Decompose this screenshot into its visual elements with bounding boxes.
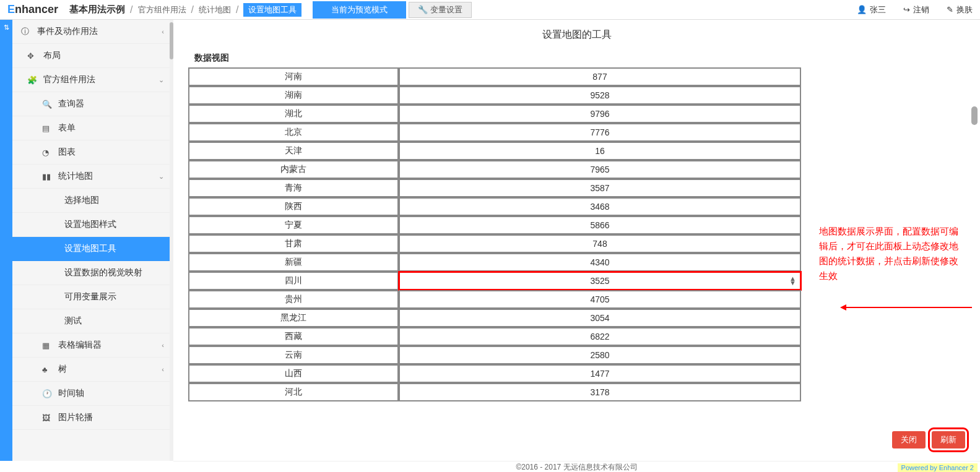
panel-title: 设置地图的工具 — [173, 20, 980, 46]
table-row: 内蒙古7965 — [188, 160, 801, 179]
breadcrumb-2[interactable]: 统计地图 — [199, 4, 231, 15]
sidebar-item-timeline[interactable]: 🕐时间轴 — [12, 382, 173, 406]
value-cell[interactable]: 5866 — [399, 216, 801, 234]
pie-icon: ◔ — [42, 148, 53, 157]
logo: Enhancer — [7, 3, 58, 16]
region-cell: 四川 — [188, 272, 399, 290]
region-cell: 内蒙古 — [188, 160, 399, 179]
value-cell[interactable]: 7776 — [399, 123, 801, 142]
logout-button[interactable]: ↪注销 — [903, 4, 929, 15]
sidebar-item-statmap[interactable]: ▮▮统计地图⌄ — [12, 165, 173, 189]
sidebar-item-layout[interactable]: ✥布局 — [12, 44, 173, 68]
sidebar-item-carousel[interactable]: 🖼图片轮播 — [12, 406, 173, 430]
table-row: 四川3525▲▼ — [188, 272, 801, 290]
annotation-text: 地图数据展示界面，配置数据可编辑后，才可在此面板上动态修改地图的统计数据，并点击… — [819, 224, 961, 283]
breadcrumb-1[interactable]: 官方组件用法 — [138, 4, 186, 15]
info-icon: ⓘ — [21, 26, 32, 37]
data-view-title: 数据视图 — [194, 53, 965, 64]
value-cell[interactable]: 3054 — [399, 309, 801, 327]
footer: ©2016 - 2017 无远信息技术有限公司 — [173, 461, 980, 472]
value-cell[interactable]: 3587 — [399, 179, 801, 197]
table-row: 甘肃748 — [188, 234, 801, 253]
value-cell[interactable]: 6822 — [399, 327, 801, 346]
region-cell: 河南 — [188, 67, 399, 86]
sidebar-item-set-style[interactable]: 设置地图样式 — [12, 213, 173, 237]
puzzle-icon: 🧩 — [27, 75, 38, 85]
variable-settings-button[interactable]: 🔧 变量设置 — [409, 2, 472, 18]
logout-icon: ↪ — [903, 5, 910, 14]
number-spinner[interactable]: ▲▼ — [789, 277, 796, 285]
value-cell[interactable]: 1477 — [399, 364, 801, 383]
table-row: 陕西3468 — [188, 197, 801, 216]
sidebar: ⇅ ⓘ事件及动作用法‹ ✥布局 🧩官方组件用法⌄ 🔍查询器 ▤表单 ◔图表 ▮▮… — [0, 20, 173, 461]
sidebar-collapse-toggle[interactable]: ⇅ — [0, 20, 12, 461]
refresh-button[interactable]: 刷新 — [932, 431, 965, 448]
image-icon: 🖼 — [42, 413, 53, 423]
sidebar-item-tree[interactable]: ♣树‹ — [12, 358, 173, 382]
value-cell[interactable]: 9528 — [399, 86, 801, 105]
region-cell: 湖北 — [188, 105, 399, 123]
tree-icon: ♣ — [42, 365, 53, 374]
sidebar-item-table-editor[interactable]: ▦表格编辑器‹ — [12, 333, 173, 358]
sidebar-item-events[interactable]: ⓘ事件及动作用法‹ — [12, 20, 173, 44]
table-row: 宁夏5866 — [188, 216, 801, 234]
value-cell[interactable]: 4705 — [399, 290, 801, 309]
chevron-left-icon: ‹ — [162, 366, 164, 373]
annotation-arrow-1 — [842, 307, 972, 308]
region-cell: 青海 — [188, 179, 399, 197]
chevron-down-icon: ⌄ — [158, 173, 164, 181]
region-cell: 西藏 — [188, 327, 399, 346]
value-cell[interactable]: 748 — [399, 234, 801, 253]
skin-button[interactable]: ✎换肤 — [947, 4, 973, 15]
value-cell[interactable]: 16 — [399, 142, 801, 160]
sidebar-item-form[interactable]: ▤表单 — [12, 116, 173, 140]
move-icon: ✥ — [27, 51, 38, 61]
close-button[interactable]: 关闭 — [892, 431, 926, 448]
form-icon: ▤ — [42, 124, 53, 133]
table-row: 北京7776 — [188, 123, 801, 142]
sidebar-item-chart[interactable]: ◔图表 — [12, 140, 173, 165]
table-row: 贵州4705 — [188, 290, 801, 309]
content-area: 设置地图的工具 数据视图 河南877湖南9528湖北9796北京7776天津16… — [173, 20, 980, 461]
region-cell: 贵州 — [188, 290, 399, 309]
value-cell[interactable]: 9796 — [399, 105, 801, 123]
user-icon: 👤 — [857, 5, 867, 14]
top-bar: Enhancer 基本用法示例 / 官方组件用法 / 统计地图 / 设置地图工具… — [0, 0, 980, 20]
table-row: 湖北9796 — [188, 105, 801, 123]
value-cell[interactable]: 877 — [399, 67, 801, 86]
value-cell[interactable]: 7965 — [399, 160, 801, 179]
value-cell[interactable]: 4340 — [399, 253, 801, 272]
breadcrumb-3[interactable]: 设置地图工具 — [243, 3, 301, 17]
region-cell: 湖南 — [188, 86, 399, 105]
value-cell[interactable]: 2580 — [399, 346, 801, 364]
sidebar-item-query[interactable]: 🔍查询器 — [12, 92, 173, 116]
table-row: 青海3587 — [188, 179, 801, 197]
region-cell: 黑龙江 — [188, 309, 399, 327]
table-row: 西藏6822 — [188, 327, 801, 346]
preview-mode-badge: 当前为预览模式 — [313, 1, 406, 19]
region-cell: 山西 — [188, 364, 399, 383]
sidebar-item-set-visual[interactable]: 设置数据的视觉映射 — [12, 261, 173, 285]
sidebar-item-var-display[interactable]: 可用变量展示 — [12, 285, 173, 309]
region-cell: 云南 — [188, 346, 399, 364]
table-row: 河南877 — [188, 67, 801, 86]
region-cell: 北京 — [188, 123, 399, 142]
chevron-left-icon: ‹ — [162, 28, 164, 35]
value-cell[interactable]: 3468 — [399, 197, 801, 216]
table-icon: ▦ — [42, 341, 53, 350]
sidebar-item-test[interactable]: 测试 — [12, 309, 173, 333]
sidebar-item-select-map[interactable]: 选择地图 — [12, 189, 173, 213]
content-scrollbar[interactable] — [971, 51, 978, 455]
chevron-left-icon: ‹ — [162, 341, 164, 349]
footer-powered-by: Powered by Enhancer 2 — [898, 463, 978, 472]
value-cell[interactable]: 3178 — [399, 383, 801, 401]
sidebar-item-official[interactable]: 🧩官方组件用法⌄ — [12, 68, 173, 92]
table-row: 山西1477 — [188, 364, 801, 383]
value-cell[interactable]: 3525▲▼ — [399, 272, 801, 290]
user-label[interactable]: 👤张三 — [857, 4, 886, 15]
barchart-icon: ▮▮ — [42, 172, 53, 181]
region-cell: 宁夏 — [188, 216, 399, 234]
region-cell: 甘肃 — [188, 234, 399, 253]
sidebar-item-set-tools[interactable]: 设置地图工具 — [12, 237, 173, 261]
region-cell: 陕西 — [188, 197, 399, 216]
